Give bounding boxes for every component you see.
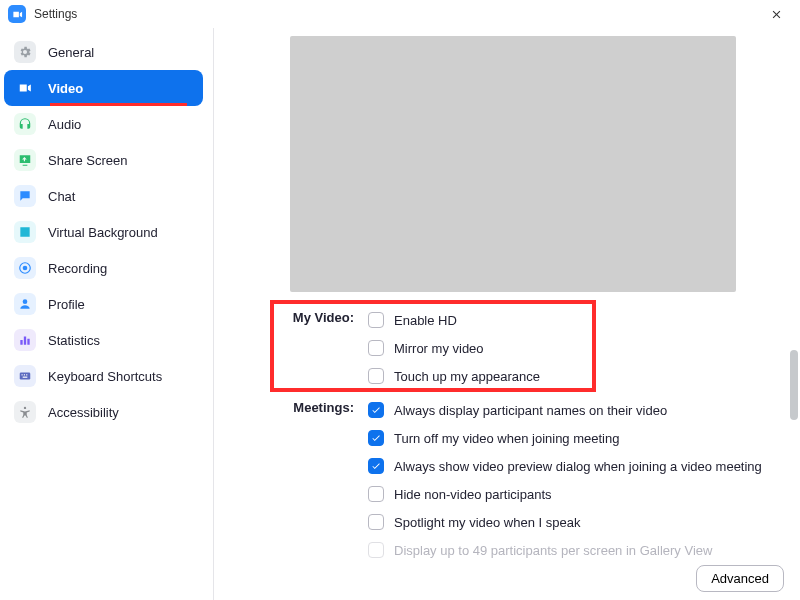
close-button[interactable] (760, 1, 792, 27)
svg-rect-7 (23, 377, 28, 378)
checkbox-touch-up-appearance[interactable] (368, 368, 384, 384)
chat-icon (14, 185, 36, 207)
sidebar-item-share-screen[interactable]: Share Screen (4, 142, 203, 178)
checkbox-enable-hd[interactable] (368, 312, 384, 328)
option-label: Turn off my video when joining meeting (394, 431, 619, 446)
option-label: Enable HD (394, 313, 457, 328)
option-label: Always display participant names on thei… (394, 403, 667, 418)
video-preview (290, 36, 736, 292)
sidebar-item-profile[interactable]: Profile (4, 286, 203, 322)
svg-point-2 (23, 299, 28, 304)
sidebar-item-statistics[interactable]: Statistics (4, 322, 203, 358)
sidebar-item-label: Accessibility (48, 405, 119, 420)
option-label: Touch up my appearance (394, 369, 540, 384)
sidebar-item-label: Share Screen (48, 153, 128, 168)
checkbox-hide-nonvideo[interactable] (368, 486, 384, 502)
svg-rect-5 (24, 374, 25, 375)
svg-rect-3 (20, 373, 31, 380)
checkbox-show-preview-dialog[interactable] (368, 458, 384, 474)
option-label: Spotlight my video when I speak (394, 515, 580, 530)
sidebar-item-label: Video (48, 81, 83, 96)
sidebar-item-general[interactable]: General (4, 34, 203, 70)
stats-icon (14, 329, 36, 351)
sidebar-item-chat[interactable]: Chat (4, 178, 203, 214)
sidebar-item-virtual-background[interactable]: Virtual Background (4, 214, 203, 250)
sidebar-item-label: General (48, 45, 94, 60)
sidebar-item-audio[interactable]: Audio (4, 106, 203, 142)
svg-rect-4 (22, 374, 23, 375)
sidebar-item-accessibility[interactable]: Accessibility (4, 394, 203, 430)
svg-rect-6 (26, 374, 27, 375)
option-label: Hide non-video participants (394, 487, 552, 502)
share-screen-icon (14, 149, 36, 171)
option-label: Display up to 49 participants per screen… (394, 543, 712, 558)
sidebar-item-label: Virtual Background (48, 225, 158, 240)
checkbox-display-participant-names[interactable] (368, 402, 384, 418)
sidebar-item-label: Statistics (48, 333, 100, 348)
my-video-label: My Video: (278, 306, 368, 325)
sidebar-item-label: Recording (48, 261, 107, 276)
profile-icon (14, 293, 36, 315)
checkbox-spotlight[interactable] (368, 514, 384, 530)
main-panel: My Video: Enable HD Mirror my video T (214, 28, 800, 600)
meetings-label: Meetings: (278, 396, 368, 415)
app-icon (8, 5, 26, 23)
advanced-button[interactable]: Advanced (696, 565, 784, 592)
titlebar: Settings (0, 0, 800, 28)
headphones-icon (14, 113, 36, 135)
settings-window: Settings General Video (0, 0, 800, 600)
sidebar-item-label: Profile (48, 297, 85, 312)
sidebar-item-label: Keyboard Shortcuts (48, 369, 162, 384)
checkbox-turn-off-video-on-join[interactable] (368, 430, 384, 446)
gear-icon (14, 41, 36, 63)
svg-point-1 (23, 266, 28, 271)
option-label: Mirror my video (394, 341, 484, 356)
keyboard-icon (14, 365, 36, 387)
svg-point-8 (24, 407, 26, 409)
record-icon (14, 257, 36, 279)
window-title: Settings (34, 7, 77, 21)
sidebar-item-video[interactable]: Video (4, 70, 203, 106)
video-icon (14, 77, 36, 99)
checkbox-49-participants (368, 542, 384, 558)
scrollbar-thumb[interactable] (790, 350, 798, 420)
sidebar-item-recording[interactable]: Recording (4, 250, 203, 286)
accessibility-icon (14, 401, 36, 423)
sidebar-item-label: Audio (48, 117, 81, 132)
option-label: Always show video preview dialog when jo… (394, 459, 762, 474)
sidebar-item-label: Chat (48, 189, 75, 204)
image-icon (14, 221, 36, 243)
sidebar: General Video Audio Share Screen (0, 28, 214, 600)
checkbox-mirror-my-video[interactable] (368, 340, 384, 356)
sidebar-item-keyboard-shortcuts[interactable]: Keyboard Shortcuts (4, 358, 203, 394)
